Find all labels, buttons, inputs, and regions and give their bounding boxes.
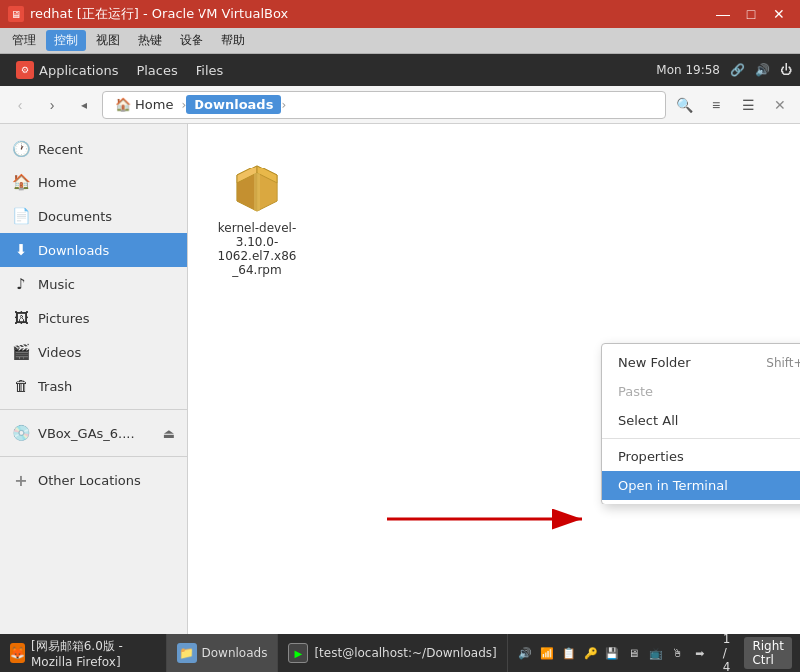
sys-icon-6[interactable]: 🖥 [625, 644, 643, 662]
sys-icon-4[interactable]: 🔑 [582, 644, 600, 662]
title-bar: 🖥 redhat [正在运行] - Oracle VM VirtualBox —… [0, 0, 800, 28]
toolbar: ‹ › ◂ 🏠 Home › Downloads › 🔍 ≡ ☰ ✕ [0, 86, 800, 124]
sys-icon-8[interactable]: 🖱 [669, 644, 687, 662]
main-area: 🕐 Recent 🏠 Home 📄 Documents ⬇ Downloads … [0, 124, 800, 634]
home-icon: 🏠 [115, 97, 131, 112]
sys-icon-3[interactable]: 📋 [560, 644, 578, 662]
menu-manage[interactable]: 管理 [4, 30, 44, 51]
recent-icon: 🕐 [12, 140, 30, 158]
ctx-paste: Paste Ctrl+V [602, 377, 800, 406]
sidebar-label-recent: Recent [38, 142, 83, 157]
filemanager-icon: 📁 [177, 643, 197, 663]
close-files-button[interactable]: ✕ [766, 91, 794, 119]
svg-rect-5 [254, 173, 260, 211]
sidebar-label-videos: Videos [38, 345, 81, 360]
videos-icon: 🎬 [12, 343, 30, 361]
network-icon[interactable]: 🔗 [730, 63, 745, 77]
parent-button[interactable]: ◂ [70, 91, 98, 119]
arrow-indicator [387, 504, 597, 537]
sidebar-item-videos[interactable]: 🎬 Videos [0, 335, 187, 369]
top-bar-status: Mon 19:58 🔗 🔊 ⏻ [656, 63, 792, 77]
sidebar-item-home[interactable]: 🏠 Home [0, 166, 187, 199]
taskbar-terminal[interactable]: ▶ [test@localhost:~/Downloads] [278, 634, 507, 672]
ctx-open-terminal[interactable]: Open in Terminal [602, 471, 800, 500]
taskbar-downloads[interactable]: 📁 Downloads [167, 634, 279, 672]
file-area: kernel-devel-3.10.0-1062.el7.x86_64.rpm … [188, 124, 800, 634]
sys-icon-2[interactable]: 📶 [538, 644, 556, 662]
maximize-button[interactable]: □ [738, 4, 764, 24]
downloads-icon: ⬇ [12, 241, 30, 259]
sidebar-item-downloads[interactable]: ⬇ Downloads [0, 233, 187, 267]
sidebar-item-other[interactable]: + Other Locations [0, 463, 187, 497]
audio-icon[interactable]: 🔊 [755, 63, 770, 77]
music-icon: ♪ [12, 275, 30, 293]
menu-help[interactable]: 帮助 [213, 30, 253, 51]
eject-icon[interactable]: ⏏ [163, 426, 175, 441]
sys-icon-7[interactable]: 📺 [647, 644, 665, 662]
sidebar-label-documents: Documents [38, 209, 112, 224]
datetime-label: Mon 19:58 [656, 63, 720, 77]
sidebar-item-recent[interactable]: 🕐 Recent [0, 132, 187, 166]
breadcrumb: 🏠 Home › Downloads › [102, 91, 666, 119]
sidebar-item-trash[interactable]: 🗑 Trash [0, 369, 187, 403]
sys-icon-9[interactable]: ➡ [691, 644, 709, 662]
title-bar-left: 🖥 redhat [正在运行] - Oracle VM VirtualBox [8, 5, 288, 23]
taskbar-downloads-label: Downloads [202, 646, 268, 660]
app-icon: 🖥 [8, 6, 24, 22]
toolbar-right: 🔍 ≡ ☰ ✕ [670, 91, 794, 119]
close-button[interactable]: ✕ [766, 4, 792, 24]
menu-view[interactable]: 视图 [88, 30, 128, 51]
sidebar-label-music: Music [38, 277, 75, 292]
home-sidebar-icon: 🏠 [12, 173, 30, 191]
sidebar-item-documents[interactable]: 📄 Documents [0, 199, 187, 233]
pictures-icon: 🖼 [12, 309, 30, 327]
taskbar-firefox[interactable]: 🦊 [网易邮箱6.0版 - Mozilla Firefox] [0, 634, 167, 672]
rpm-file-name: kernel-devel-3.10.0-1062.el7.x86_64.rpm [215, 221, 299, 277]
applications-icon: ⚙ [16, 61, 34, 79]
sidebar-label-home: Home [38, 175, 76, 190]
ctx-new-folder-shortcut: Shift+Ctrl+N [766, 356, 800, 370]
rpm-file-icon [225, 152, 289, 215]
sidebar-item-pictures[interactable]: 🖼 Pictures [0, 301, 187, 335]
back-button[interactable]: ‹ [6, 91, 34, 119]
breadcrumb-home[interactable]: 🏠 Home [107, 95, 181, 114]
top-bar-apps: ⚙ Applications Places Files [8, 57, 231, 83]
sys-icons: 🔊 📶 📋 🔑 💾 🖥 📺 🖱 ➡ [516, 644, 709, 662]
forward-button[interactable]: › [38, 91, 66, 119]
sys-icon-1[interactable]: 🔊 [516, 644, 534, 662]
terminal-icon: ▶ [288, 643, 308, 663]
sidebar: 🕐 Recent 🏠 Home 📄 Documents ⬇ Downloads … [0, 124, 188, 634]
sidebar-label-other: Other Locations [38, 473, 141, 488]
places-menu[interactable]: Places [128, 59, 185, 82]
window-controls: — □ ✕ [710, 4, 792, 24]
documents-icon: 📄 [12, 207, 30, 225]
breadcrumb-arrow: › [281, 98, 286, 112]
right-ctrl-label: Right Ctrl [744, 637, 792, 669]
sidebar-label-vbox: VBox_GAs_6.... [38, 426, 135, 441]
files-menu[interactable]: Files [188, 59, 232, 82]
minimize-button[interactable]: — [710, 4, 736, 24]
ctx-select-all[interactable]: Select All Ctrl+A [602, 406, 800, 435]
menu-devices[interactable]: 设备 [172, 30, 211, 51]
vbox-icon: 💿 [12, 424, 30, 442]
applications-label: Applications [39, 63, 118, 78]
ctx-properties[interactable]: Properties Ctrl+I [602, 442, 800, 471]
ctx-properties-label: Properties [618, 449, 684, 464]
file-item-rpm[interactable]: kernel-devel-3.10.0-1062.el7.x86_64.rpm [207, 144, 307, 285]
sidebar-item-vbox[interactable]: 💿 VBox_GAs_6.... ⏏ [0, 416, 187, 450]
menu-control[interactable]: 控制 [46, 30, 86, 51]
menu-button[interactable]: ☰ [734, 91, 762, 119]
view-toggle-button[interactable]: ≡ [702, 91, 730, 119]
ctx-paste-label: Paste [618, 384, 653, 399]
breadcrumb-downloads[interactable]: Downloads [186, 95, 281, 114]
search-button[interactable]: 🔍 [670, 91, 698, 119]
sys-icon-5[interactable]: 💾 [603, 644, 621, 662]
menu-hotkey[interactable]: 热键 [130, 30, 170, 51]
sidebar-label-pictures: Pictures [38, 311, 89, 326]
power-icon[interactable]: ⏻ [780, 63, 792, 77]
sidebar-item-music[interactable]: ♪ Music [0, 267, 187, 301]
ctx-new-folder[interactable]: New Folder Shift+Ctrl+N [602, 348, 800, 377]
ctx-select-all-label: Select All [618, 413, 678, 428]
applications-menu[interactable]: ⚙ Applications [8, 57, 126, 83]
files-label: Files [196, 63, 224, 78]
